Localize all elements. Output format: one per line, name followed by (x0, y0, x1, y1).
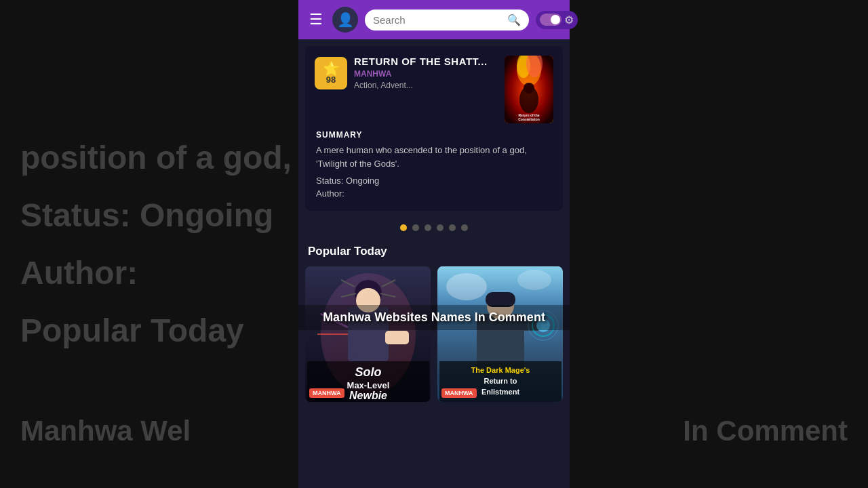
hamburger-menu-button[interactable]: ☰ (307, 8, 326, 31)
svg-rect-29 (486, 292, 515, 307)
svg-text:The Dark Mage's: The Dark Mage's (471, 366, 530, 374)
featured-cover-image: Return of the Constellation (505, 56, 553, 123)
status-author: Status: Ongoing Author: (316, 176, 552, 199)
manga-badge-1: MANHWA (309, 388, 344, 398)
svg-point-16 (356, 288, 380, 312)
gear-icon: ⚙ (564, 14, 574, 26)
dot-4[interactable] (437, 224, 443, 231)
popular-today-section: Popular Today (298, 238, 570, 409)
summary-text: A mere human who ascended to the positio… (316, 144, 552, 170)
dot-3[interactable] (425, 224, 431, 231)
manga-card-1[interactable]: Solo Max-Level Newbie MANHWA (305, 266, 431, 402)
manga-card-2[interactable]: The Dark Mage's Return to Enlistment MAN… (437, 266, 563, 402)
rating-badge: ⭐ 98 (315, 57, 347, 89)
svg-text:Constellation: Constellation (518, 117, 540, 121)
user-icon: 👤 (337, 12, 354, 28)
search-input[interactable] (373, 14, 502, 26)
rating-number: 98 (326, 75, 336, 84)
star-icon: ⭐ (323, 62, 340, 75)
svg-text:Return to: Return to (484, 377, 517, 385)
svg-text:Newbie: Newbie (349, 390, 387, 401)
svg-text:Enlistment: Enlistment (481, 388, 519, 396)
bg-text-bottom-left: Manhwa Wel (20, 415, 191, 447)
manga-badge-2: MANHWA (441, 388, 477, 398)
svg-rect-17 (385, 331, 409, 344)
summary-section: SUMMARY A mere human who ascended to the… (315, 130, 553, 201)
bg-text-2: Status: Ongoing (20, 197, 292, 234)
bg-text-3: Author: (20, 254, 292, 291)
bg-text-4: Popular Today (20, 312, 292, 349)
dot-2[interactable] (412, 224, 419, 231)
summary-label: SUMMARY (316, 130, 552, 140)
app-container: ☰ 👤 🔍 ⚙ ⭐ 98 (298, 0, 570, 488)
svg-point-5 (524, 83, 534, 94)
svg-point-31 (536, 319, 550, 332)
dot-1[interactable] (400, 224, 407, 231)
avatar[interactable]: 👤 (332, 7, 358, 33)
svg-point-25 (446, 273, 487, 300)
main-content: ⭐ 98 RETURN OF THE SHATT... MANHWA Actio… (298, 39, 570, 488)
manga-cover-2: The Dark Mage's Return to Enlistment (437, 266, 563, 402)
featured-type: MANHWA (354, 69, 496, 79)
search-bar[interactable]: 🔍 (365, 9, 529, 30)
featured-genres: Action, Advent... (354, 81, 496, 90)
search-icon: 🔍 (507, 14, 521, 26)
toggle-knob (551, 15, 560, 24)
featured-card[interactable]: ⭐ 98 RETURN OF THE SHATT... MANHWA Actio… (305, 46, 563, 211)
popular-today-title: Popular Today (305, 238, 563, 266)
bg-text-bottom-right: In Comment (683, 415, 848, 447)
svg-rect-15 (348, 307, 389, 361)
popular-grid: Solo Max-Level Newbie MANHWA (305, 266, 563, 402)
featured-top: ⭐ 98 RETURN OF THE SHATT... MANHWA Actio… (315, 56, 553, 123)
settings-toggle[interactable]: ⚙ (536, 11, 578, 29)
featured-title: RETURN OF THE SHATT... (354, 56, 496, 67)
svg-point-26 (517, 270, 551, 290)
featured-info: RETURN OF THE SHATT... MANHWA Action, Ad… (354, 56, 496, 90)
status-line: Status: Ongoing (316, 176, 552, 186)
bg-text-1: position of a god, (20, 139, 292, 176)
dot-6[interactable] (461, 224, 468, 231)
author-line: Author: (316, 188, 552, 199)
svg-text:Solo: Solo (355, 365, 381, 379)
svg-text:Max-Level: Max-Level (347, 380, 389, 390)
manga-cover-1: Solo Max-Level Newbie (305, 266, 431, 402)
navbar: ☰ 👤 🔍 ⚙ (298, 0, 570, 39)
dot-5[interactable] (449, 224, 456, 231)
carousel-dots (298, 218, 570, 238)
toggle-switch[interactable] (540, 14, 561, 26)
